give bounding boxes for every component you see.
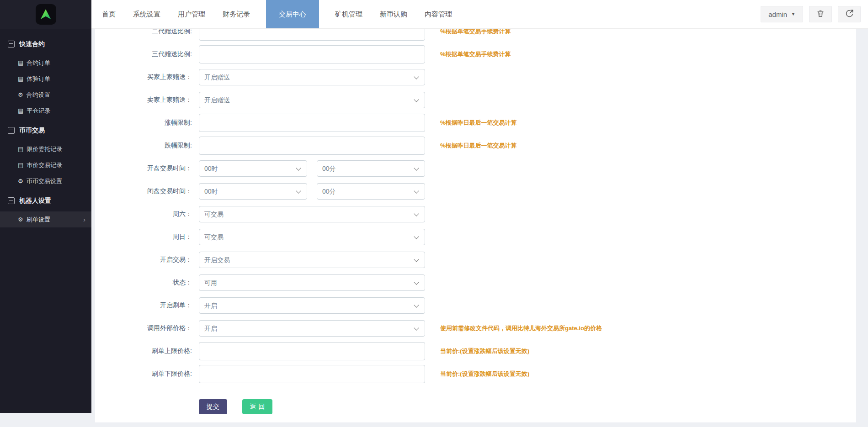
saturday-select-wrap: 可交易 (199, 206, 425, 222)
chevron-right-icon: › (83, 216, 85, 223)
field-gen2-rate (199, 29, 425, 41)
gear-icon: ⚙ (18, 91, 23, 98)
form-row-external-price: 调用外部价格：开启使用前需修改文件代码，调用比特儿海外交易所gate.io的价格 (95, 319, 856, 337)
seller-upline-gift-select[interactable]: 开启赠送 (199, 92, 425, 108)
field-label-gen2-rate: 二代赠送比例: (95, 29, 192, 36)
field-saturday: 可交易 (199, 206, 425, 222)
nav-item-newcoin-subscribe[interactable]: 新币认购 (371, 0, 416, 28)
field-hint-gen3-rate: %根据单笔交易手续费计算 (440, 50, 511, 58)
field-label-buyer-upline-gift: 买家上家赠送： (95, 73, 192, 81)
rise-limit-input[interactable] (199, 114, 425, 132)
sidebar-item-contract-settings[interactable]: ⚙合约设置 (0, 87, 91, 103)
form-row-seller-upline-gift: 卖家上家赠送：开启赠送 (95, 91, 856, 109)
admin-menu-button[interactable]: admin ▼ (761, 6, 803, 22)
sidebar-section-header[interactable]: 机器人设置 (0, 193, 91, 209)
app-logo[interactable] (0, 0, 91, 29)
buyer-upline-gift-select[interactable]: 开启赠送 (199, 69, 425, 85)
admin-label: admin (768, 11, 787, 18)
list-icon: ▤ (18, 146, 23, 153)
field-external-price: 开启 (199, 320, 425, 337)
sidebar-item-limit-order-records[interactable]: ▤限价委托记录 (0, 141, 91, 157)
sidebar-section: 机器人设置⚙刷单设置› (0, 193, 91, 227)
external-price-select[interactable]: 开启 (199, 321, 425, 336)
sunday-select[interactable]: 可交易 (199, 229, 425, 245)
field-hint-rise-limit: %根据昨日最后一笔交易计算 (440, 119, 517, 127)
form-row-brush-lower-price: 刷单下限价格:当前价:(设置涨跌幅后该设置无效) (95, 365, 856, 383)
brush-upper-price-input[interactable] (199, 342, 425, 360)
list-icon: ▤ (18, 59, 23, 66)
nav-item-home[interactable]: 首页 (93, 0, 124, 28)
nav-item-trade-center[interactable]: 交易中心 (266, 0, 319, 28)
sidebar-section-header[interactable]: 快速合约 (0, 36, 91, 52)
seller-upline-gift-select-wrap: 开启赠送 (199, 92, 425, 108)
nav-item-mining-management[interactable]: 矿机管理 (326, 0, 371, 28)
gen2-rate-input[interactable] (199, 29, 425, 41)
field-hint-brush-upper-price: 当前价:(设置涨跌幅后该设置无效) (440, 347, 529, 355)
settings-form-panel: 二代赠送比例:%根据单笔交易手续费计算三代赠送比例:%根据单笔交易手续费计算买家… (95, 29, 856, 422)
brush-switch-select[interactable]: 开启 (199, 298, 425, 313)
status-select[interactable]: 可用 (199, 275, 425, 290)
logout-icon (845, 9, 854, 19)
open-trade-time-minute-select-wrap: 00分 (317, 160, 425, 177)
form-row-close-trade-time: 闭盘交易时间：00时00分 (95, 182, 856, 200)
form-row-status: 状态：可用 (95, 274, 856, 292)
list-icon: ▤ (18, 107, 23, 114)
sidebar-item-label: 平仓记录 (27, 107, 50, 115)
content-area: 二代赠送比例:%根据单笔交易手续费计算三代赠送比例:%根据单笔交易手续费计算买家… (91, 29, 868, 427)
nav-item-user-management[interactable]: 用户管理 (169, 0, 214, 28)
nav-item-finance-records[interactable]: 财务记录 (214, 0, 259, 28)
trash-icon (816, 9, 825, 20)
field-hint-fall-limit: %根据昨日最后一笔交易计算 (440, 142, 517, 150)
trade-switch-select[interactable]: 开启交易 (199, 252, 425, 268)
saturday-select[interactable]: 可交易 (199, 206, 425, 222)
field-label-external-price: 调用外部价格： (95, 324, 192, 332)
back-button[interactable]: 返回 (242, 399, 272, 414)
field-label-rise-limit: 涨幅限制: (95, 119, 192, 127)
robot-settings-form: 二代赠送比例:%根据单笔交易手续费计算三代赠送比例:%根据单笔交易手续费计算买家… (95, 29, 856, 383)
field-label-fall-limit: 跌幅限制: (95, 142, 192, 150)
field-label-brush-lower-price: 刷单下限价格: (95, 370, 192, 378)
close-trade-time-minute-select[interactable]: 00分 (317, 184, 425, 199)
sidebar-item-trial-orders[interactable]: ▤体验订单 (0, 71, 91, 87)
open-trade-time-minute-select[interactable]: 00分 (317, 161, 425, 176)
close-trade-time-hour-select-wrap: 00时 (199, 183, 307, 200)
field-label-sunday: 周日： (95, 233, 192, 241)
sidebar-item-label: 市价交易记录 (27, 161, 62, 169)
sidebar-item-contract-orders[interactable]: ▤合约订单 (0, 55, 91, 71)
field-buyer-upline-gift: 开启赠送 (199, 69, 425, 85)
field-brush-upper-price (199, 342, 425, 360)
collapse-icon (8, 127, 15, 134)
nav-item-content-management[interactable]: 内容管理 (416, 0, 461, 28)
logout-button[interactable] (838, 6, 861, 22)
sidebar-item-coin-trade-settings[interactable]: ⚙币币交易设置 (0, 173, 91, 189)
nav-item-system-settings[interactable]: 系统设置 (124, 0, 169, 28)
sidebar-item-label: 币币交易设置 (27, 177, 62, 185)
status-select-wrap: 可用 (199, 274, 425, 291)
caret-down-icon: ▼ (791, 12, 795, 16)
fall-limit-input[interactable] (199, 137, 425, 155)
trash-button[interactable] (809, 6, 832, 22)
sidebar-section-header[interactable]: 币币交易 (0, 122, 91, 138)
sidebar-item-market-trade-records[interactable]: ▤市价交易记录 (0, 157, 91, 173)
gen3-rate-input[interactable] (199, 45, 425, 63)
form-row-saturday: 周六：可交易 (95, 205, 856, 223)
field-sunday: 可交易 (199, 229, 425, 245)
field-label-saturday: 周六： (95, 210, 192, 218)
submit-button[interactable]: 提交 (199, 399, 227, 414)
field-rise-limit (199, 114, 425, 132)
field-trade-switch: 开启交易 (199, 252, 425, 268)
topbar: 首页系统设置用户管理财务记录交易中心矿机管理新币认购内容管理 admin ▼ (0, 0, 868, 29)
list-icon: ▤ (18, 162, 23, 169)
external-price-select-wrap: 开启 (199, 320, 425, 337)
open-trade-time-hour-select[interactable]: 00时 (199, 161, 307, 176)
field-status: 可用 (199, 274, 425, 291)
field-label-brush-switch: 开启刷单： (95, 301, 192, 310)
sidebar-item-label: 限价委托记录 (27, 145, 62, 153)
field-label-brush-upper-price: 刷单上限价格: (95, 347, 192, 355)
close-trade-time-hour-select[interactable]: 00时 (199, 184, 307, 199)
sidebar-item-brush-order-settings[interactable]: ⚙刷单设置› (0, 211, 91, 227)
brush-lower-price-input[interactable] (199, 365, 425, 383)
form-row-brush-upper-price: 刷单上限价格:当前价:(设置涨跌幅后该设置无效) (95, 342, 856, 360)
sidebar-item-close-position-records[interactable]: ▤平仓记录 (0, 103, 91, 119)
sidebar-section-title: 机器人设置 (19, 197, 51, 205)
